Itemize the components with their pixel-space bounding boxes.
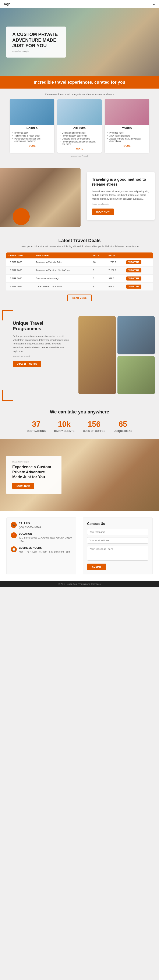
- footer-bar: © 2023 Design from scratch using Templat…: [0, 581, 159, 587]
- col-days: DAYS: [91, 253, 106, 258]
- deal-1-action: VIEW TRIP: [124, 258, 153, 267]
- cruises-title: CRUISES: [60, 127, 99, 130]
- tours-image: [105, 99, 149, 125]
- deal-4-from: 569 $: [106, 282, 124, 291]
- tours-card-body: TOURS Preferred rates 200+ vetted provid…: [105, 125, 149, 150]
- tours-more-link[interactable]: MORE: [107, 145, 147, 147]
- contact-form: SUBMIT: [87, 529, 148, 570]
- deal-2-from: 7,209 $: [106, 266, 124, 274]
- deal-3-action: VIEW TRIP: [124, 274, 153, 282]
- footer-bar-text: © 2023 Design from scratch using Templat…: [58, 583, 101, 585]
- tagline-text: Incredible travel experiences, curated f…: [6, 80, 153, 85]
- stats-row: 37 DESTINATIONS 10k HAPPY CLIENTS 156 CU…: [6, 420, 153, 433]
- stat-coffee-label: CUPS OF COFFEE: [83, 430, 105, 433]
- hotels-more-link[interactable]: MORE: [12, 145, 52, 147]
- footer-call-text: CALL US (+38) 097-264-39764: [19, 522, 41, 529]
- deal-1-days: 10: [91, 258, 106, 267]
- deal-3-view-button[interactable]: VIEW TRIP: [126, 277, 142, 280]
- cruises-feature-2: Private balcony staterooms: [60, 135, 99, 137]
- col-from: FROM: [106, 253, 124, 258]
- deal-2-departure: 13 SEP 2023: [6, 266, 34, 274]
- stress-orange-circle: [13, 208, 30, 225]
- deals-table-body: 13 SEP 2023 Zambian to Victoria Falls 10…: [6, 258, 153, 291]
- programmes-cta-button[interactable]: VIEW ALL TOURS: [13, 361, 41, 368]
- stat-clients-number: 10k: [54, 420, 74, 429]
- contact-name-input[interactable]: [87, 529, 148, 535]
- contact-submit-button[interactable]: SUBMIT: [87, 563, 106, 570]
- tours-features: Preferred rates 200+ vetted providers Ac…: [107, 132, 147, 142]
- stat-destinations-number: 37: [27, 420, 46, 429]
- deal-2-days: 5: [91, 266, 106, 274]
- stress-title: Traveling is a good method to release st…: [92, 177, 150, 187]
- adventure-image-credit: Image from Freepik: [12, 461, 55, 463]
- adventure-cta-button[interactable]: BOOK NOW: [12, 483, 34, 489]
- header: logo ≡: [0, 0, 159, 8]
- contact-email-input[interactable]: [87, 537, 148, 544]
- stress-image-credit: Image from Freepik: [92, 203, 150, 205]
- deal-2-action: VIEW TRIP: [124, 266, 153, 274]
- footer-location-label: LOCATION: [19, 532, 72, 535]
- programmes-image-credit: Images from Freepik: [13, 355, 70, 358]
- logo: logo: [4, 2, 11, 6]
- deals-table: DEPARTURE TRIP NAME DAYS FROM 13 SEP 202…: [6, 253, 153, 291]
- stress-content-box: Traveling is a good method to release st…: [87, 172, 155, 220]
- cruises-feature-4: Private port tours, shipboard credits, a…: [60, 141, 99, 145]
- deal-2-view-button[interactable]: VIEW TRIP: [126, 269, 142, 272]
- stats-section: We can take you anywhere 37 DESTINATIONS…: [0, 403, 159, 439]
- stats-title: We can take you anywhere: [6, 409, 153, 415]
- footer-info: 📞 CALL US (+38) 097-264-39764 📍 LOCATION…: [6, 517, 76, 574]
- deal-3-from: 919 $: [106, 274, 124, 282]
- hotels-image: [10, 99, 54, 125]
- hotels-feature-2: 4 star dining at resort credit: [12, 135, 52, 137]
- stress-section: Traveling is a good method to release st…: [0, 164, 159, 231]
- deals-read-more: READ MORE: [6, 294, 153, 301]
- footer-location: 📍 LOCATION 721, Block Street, 21 Avenue,…: [11, 532, 72, 543]
- tours-title: TOURS: [107, 127, 147, 130]
- stat-ideas-number: 65: [113, 420, 132, 429]
- programmes-body: Sed ut perspiciatis unde omnis iste natu…: [13, 334, 70, 353]
- hero-content-box: A CUSTOM PRIVATE ADVENTURE MADE JUST FOR…: [6, 27, 66, 57]
- deal-4-view-button[interactable]: VIEW TRIP: [126, 285, 142, 289]
- footer-hours-value: Mon - Fri: 7:30am - 8:30pm | Sat, Sun: 8…: [19, 550, 70, 554]
- tours-feature-2: 200+ vetted providers: [107, 135, 147, 137]
- deals-read-more-button[interactable]: READ MORE: [67, 294, 91, 301]
- footer-hours: 🕐 BUSINESS HOURS Mon - Fri: 7:30am - 8:3…: [11, 546, 72, 554]
- deals-table-header: DEPARTURE TRIP NAME DAYS FROM: [6, 253, 153, 258]
- deal-2-trip: Zambian to Zanzibar North Coast: [34, 266, 91, 274]
- deal-1-trip: Zambian to Victoria Falls: [34, 258, 91, 267]
- cards-row: HOTELS Breakfast daily 4 star dining at …: [4, 99, 155, 153]
- deal-1-view-button[interactable]: VIEW TRIP: [126, 260, 142, 264]
- deals-section: Latest Travel Deals Lorem ipsum dolor si…: [0, 231, 159, 308]
- phone-icon: 📞: [11, 522, 17, 528]
- deals-subtitle: Lorem ipsum dolor sit amet, consectetur …: [6, 245, 153, 248]
- deal-1-departure: 13 SEP 2023: [6, 258, 34, 267]
- programmes-img-3: [118, 356, 155, 395]
- col-departure: DEPARTURE: [6, 253, 34, 258]
- cruises-image: [57, 99, 102, 125]
- clock-icon: 🕐: [11, 546, 17, 552]
- stat-ideas: 65 UNIQUE IDEAS: [113, 420, 132, 433]
- hotels-features: Breakfast daily 4 star dining at resort …: [12, 132, 52, 142]
- deal-4-action: VIEW TRIP: [124, 282, 153, 291]
- deal-4-trip: Cape Town to Cape Town: [34, 282, 91, 291]
- hamburger-menu[interactable]: ≡: [153, 2, 155, 6]
- col-action: [124, 253, 153, 258]
- deal-4-departure: 13 SEP 2023: [6, 282, 34, 291]
- footer-call-value: (+38) 097-264-39764: [19, 525, 41, 529]
- deals-title: Latest Travel Deals: [6, 238, 153, 243]
- hotels-card-body: HOTELS Breakfast daily 4 star dining at …: [10, 125, 54, 150]
- deal-4-days: 9: [91, 282, 106, 291]
- cruises-more-link[interactable]: MORE: [60, 147, 99, 150]
- hotels-feature-3: Personalized amenities and experiences, …: [12, 138, 52, 142]
- tours-card: TOURS Preferred rates 200+ vetted provid…: [105, 99, 149, 153]
- footer-call-label: CALL US: [19, 522, 41, 525]
- stat-clients: 10k HAPPY CLIENTS: [54, 420, 74, 433]
- stress-cta-button[interactable]: BOOK NOW: [92, 208, 114, 215]
- footer-location-text: LOCATION 721, Block Street, 21 Avenue, N…: [19, 532, 72, 543]
- tagline-section: Incredible travel experiences, curated f…: [0, 76, 159, 89]
- contact-message-input[interactable]: [87, 546, 148, 561]
- programmes-title: Unique Travel Programmes: [13, 320, 70, 332]
- stat-clients-label: HAPPY CLIENTS: [54, 430, 74, 433]
- cards-image-credit: Images from Freepik: [4, 155, 155, 157]
- adventure-section: Image from Freepik Experience a Custom P…: [0, 439, 159, 511]
